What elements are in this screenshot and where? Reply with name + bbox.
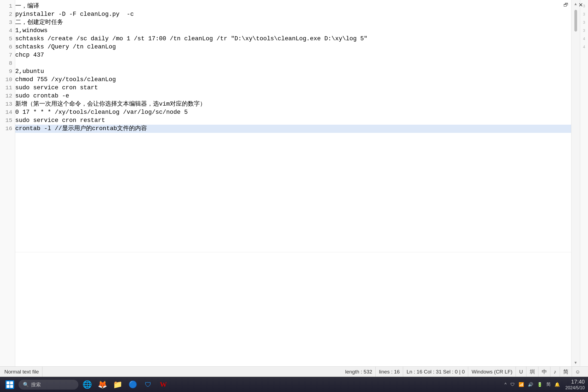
windows-logo-icon [5,380,14,389]
right-scrollbar[interactable]: ▲ ▼ [571,0,580,366]
tray-battery-icon[interactable]: 🔋 [536,381,544,388]
extra2: 中 [538,367,550,377]
taskbar: 🔍 搜索 🌐 🦊 📁 🔵 🛡 W ^ 🛡 📶 🔊 🔋 简 🔔 17:40 202… [0,377,588,392]
line-number-16: 16 [0,125,15,133]
system-tray: ^ 🛡 📶 🔊 🔋 简 🔔 [503,381,561,388]
clock-date: 2024/5/10 [565,385,585,391]
lines-info: lines : 16 [376,367,403,377]
code-line-7[interactable]: chcp 437 [15,51,571,59]
code-line-3[interactable]: 二，创建定时任务 [15,19,571,27]
line-ending-info: Windows (CR LF) [468,367,516,377]
taskbar-icon-firefox[interactable]: 🦊 [96,378,109,391]
overview-marker-1: 3 [580,10,588,19]
extra4: 简 [560,367,572,377]
length-info: length : 532 [342,367,376,377]
taskbar-icon-browser[interactable]: 🌐 [81,378,94,391]
search-bar[interactable]: 🔍 搜索 [19,380,78,390]
search-icon: 🔍 [23,382,29,388]
line-numbers-gutter: 12345678910111213141516 [0,0,15,366]
line-number-12: 12 [0,92,15,100]
tray-ime-icon[interactable]: 简 [545,381,552,388]
start-button[interactable] [3,378,16,391]
taskbar-icon-security[interactable]: 🛡 [142,378,155,391]
scroll-thumb [574,10,577,32]
clock-time: 17:40 [565,378,585,385]
code-line-13[interactable]: 新增（第一次用这个命令，会让你选择文本编辑器，选vim对应的数字） [15,100,571,108]
code-line-4[interactable]: 1,windows [15,27,571,35]
extra3: ♪ [550,367,560,377]
empty-area [15,252,571,366]
code-line-14[interactable]: 0 17 * * * /xy/tools/cleanLog /var/log/s… [15,108,571,117]
line-number-2: 2 [0,10,15,19]
overview-marker-3: 3 [580,27,588,35]
overview-ruler: 333344 [580,0,588,366]
taskbar-icon-chrome[interactable]: 🔵 [126,378,139,391]
code-line-2[interactable]: pyinstaller -D -F cleanLog.py -c [15,10,571,19]
overview-marker-2: 3 [580,19,588,27]
line-number-14: 14 [0,108,15,117]
tray-security-icon[interactable]: 🛡 [509,381,516,388]
code-line-5[interactable]: schtasks /create /sc daily /mo 1 /st 17:… [15,35,571,43]
line-number-10: 10 [0,76,15,84]
code-line-10[interactable]: chmod 755 /xy/tools/cleanLog [15,76,571,84]
tray-sound-icon[interactable]: 🔊 [527,381,534,388]
taskbar-icon-files[interactable]: 📁 [111,378,124,391]
line-number-3: 3 [0,19,15,27]
line-number-6: 6 [0,43,15,51]
code-content-area: 一，编译pyinstaller -D -F cleanLog.py -c二，创建… [15,0,571,366]
status-bar: Normal text file length : 532 lines : 16… [0,366,588,377]
restore-button[interactable]: 🗗 [559,0,573,10]
code-line-11[interactable]: sudo service cron start [15,84,571,92]
line-number-4: 4 [0,27,15,35]
overview-marker-5: 4 [580,43,588,51]
code-line-1[interactable]: 一，编译 [15,2,571,10]
code-line-8[interactable] [15,59,571,68]
code-line-16[interactable]: crontab -l //显示用户的crontab文件的内容 [15,125,571,133]
file-type: Normal text file [4,367,42,377]
taskbar-clock[interactable]: 17:40 2024/5/10 [565,378,585,391]
encoding-info: U [516,367,526,377]
code-line-15[interactable]: sudo service cron restart [15,117,571,125]
search-label: 搜索 [31,381,41,388]
line-number-9: 9 [0,68,15,76]
code-line-12[interactable]: sudo crontab -e [15,92,571,100]
taskbar-icon-wps[interactable]: W [157,378,170,391]
code-line-6[interactable]: schtasks /Query /tn cleanLog [15,43,571,51]
code-line-9[interactable]: 2,ubuntu [15,68,571,76]
tray-network-icon[interactable]: 📶 [517,381,525,388]
position-info: Ln : 16 Col : 31 Sel : 0 | 0 [403,367,468,377]
line-number-11: 11 [0,84,15,92]
scroll-track[interactable] [571,8,580,359]
tray-notification-icon[interactable]: 🔔 [553,381,561,388]
line-number-13: 13 [0,100,15,108]
line-number-8: 8 [0,59,15,68]
extra1: 圳 [526,367,538,377]
line-number-7: 7 [0,51,15,59]
editor-window: 🗗 ✕ 12345678910111213141516 一，编译pyinstal… [0,0,588,377]
line-number-1: 1 [0,2,15,10]
tray-expand-icon[interactable]: ^ [503,381,508,388]
line-number-5: 5 [0,35,15,43]
extra5: ☺ [572,367,584,377]
line-number-15: 15 [0,117,15,125]
scroll-down-arrow[interactable]: ▼ [571,359,580,366]
lines-container: 一，编译pyinstaller -D -F cleanLog.py -c二，创建… [15,0,571,252]
overview-marker-4: 4 [580,35,588,43]
editor-main: 12345678910111213141516 一，编译pyinstaller … [0,0,588,366]
